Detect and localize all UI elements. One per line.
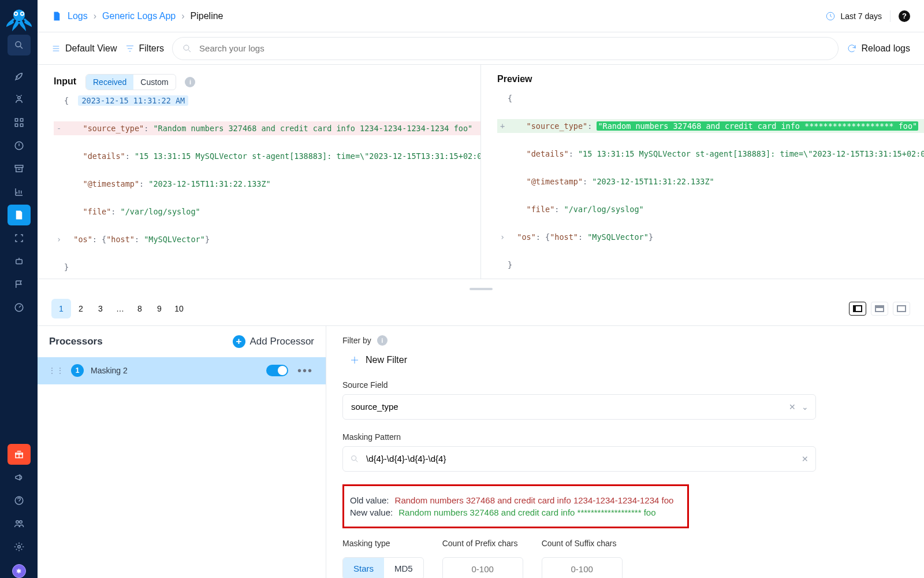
source-field-select[interactable]: ✕ ⌄ — [342, 394, 816, 420]
source-field-input[interactable] — [350, 401, 783, 412]
input-tabs: Received Custom — [85, 74, 176, 90]
page-9[interactable]: 9 — [150, 299, 169, 318]
processor-details: Filter by i New Filter Source Field ✕ ⌄ … — [326, 326, 924, 578]
page-10[interactable]: 10 — [169, 299, 189, 318]
settings-icon[interactable] — [8, 536, 31, 557]
filter-by-label: Filter by i — [342, 335, 908, 346]
logs-icon[interactable] — [8, 205, 31, 225]
main: Logs › Generic Logs App › Pipeline Last … — [38, 0, 924, 578]
old-value: Random numbers 327468 and credit card in… — [395, 495, 674, 505]
preview-pane: Preview { + "source_type": "Random numbe… — [480, 65, 924, 279]
team-icon[interactable] — [8, 513, 31, 534]
filters-menu[interactable]: Filters — [125, 43, 165, 54]
preview-json: { + "source_type": "Random numbers 32746… — [497, 91, 924, 272]
info-icon[interactable]: i — [377, 335, 388, 346]
scan-icon[interactable] — [8, 228, 31, 249]
svg-point-21 — [184, 45, 189, 50]
gift-icon[interactable] — [8, 444, 31, 465]
masking-type-md5[interactable]: MD5 — [384, 558, 423, 578]
announce-icon[interactable] — [8, 467, 31, 488]
preview-pane-title: Preview — [497, 74, 532, 84]
tab-received[interactable]: Received — [86, 75, 133, 90]
processor-name: Masking 2 — [91, 366, 128, 375]
more-icon[interactable]: ••• — [295, 364, 315, 377]
input-pane: Input Received Custom i { 2023-12-15 11:… — [38, 65, 480, 279]
masking-pattern-label: Masking Pattern — [342, 432, 816, 442]
layout-sidebar-icon[interactable] — [849, 302, 866, 316]
svg-rect-10 — [20, 124, 23, 127]
search-input-wrapper[interactable] — [172, 37, 838, 60]
old-value-label: Old value: — [350, 495, 389, 505]
crumb-logs[interactable]: Logs — [68, 11, 88, 21]
masking-pattern-input[interactable] — [365, 453, 796, 464]
avatar[interactable]: ✱ — [12, 564, 26, 578]
page-8[interactable]: 8 — [130, 299, 150, 318]
search-icon — [350, 454, 359, 464]
diff-panes: Input Received Custom i { 2023-12-15 11:… — [38, 65, 924, 279]
flag-icon[interactable] — [8, 274, 31, 295]
page-1[interactable]: 1 — [51, 299, 71, 318]
svg-point-4 — [21, 13, 23, 15]
prefix-input[interactable] — [443, 564, 523, 575]
filters-label: Filters — [139, 43, 165, 54]
search-icon[interactable] — [8, 35, 31, 55]
add-processor-button[interactable]: + Add Processor — [233, 335, 315, 348]
masking-type-group: Stars MD5 — [342, 557, 424, 578]
info-icon[interactable]: i — [185, 77, 195, 87]
processor-index: 1 — [71, 364, 84, 377]
filter-icon — [125, 44, 135, 53]
chart-icon[interactable] — [8, 181, 31, 202]
chevron-right-icon: › — [181, 11, 184, 21]
suffix-input[interactable] — [542, 564, 622, 575]
help-button[interactable]: ? — [899, 10, 910, 22]
default-view-label: Default View — [65, 43, 117, 54]
svg-point-19 — [17, 546, 20, 549]
gauge-icon[interactable] — [8, 297, 31, 318]
processors-panel: Processors + Add Processor ⋮⋮ 1 Masking … — [38, 326, 326, 578]
rocket-icon[interactable] — [8, 66, 31, 87]
grid-icon[interactable] — [8, 112, 31, 133]
input-pane-title: Input — [54, 76, 76, 87]
reload-button[interactable]: Reload logs — [847, 43, 911, 54]
reload-label: Reload logs — [862, 43, 911, 54]
value-preview-callout: Old value: Random numbers 327468 and cre… — [342, 484, 689, 528]
default-view-menu[interactable]: Default View — [51, 43, 117, 54]
new-filter-button[interactable]: New Filter — [342, 350, 908, 370]
clear-icon[interactable]: ✕ — [789, 402, 796, 412]
add-processor-label: Add Processor — [250, 336, 315, 347]
bot-icon[interactable] — [8, 251, 31, 272]
time-range-picker[interactable]: Last 7 days — [825, 11, 882, 21]
time-range-label: Last 7 days — [840, 12, 882, 21]
masking-type-label: Masking type — [342, 539, 424, 548]
layout-topbar-icon[interactable] — [871, 302, 888, 316]
crumb-app[interactable]: Generic Logs App — [102, 11, 176, 21]
page-3[interactable]: 3 — [91, 299, 110, 318]
chevron-down-icon[interactable]: ⌄ — [802, 402, 808, 412]
svg-rect-8 — [20, 118, 23, 121]
agent-icon[interactable] — [8, 89, 31, 110]
chevron-right-icon: › — [94, 11, 96, 21]
clear-icon[interactable]: ✕ — [802, 454, 808, 464]
lower-panes: Processors + Add Processor ⋮⋮ 1 Masking … — [38, 326, 924, 578]
archive-icon[interactable] — [8, 158, 31, 179]
masking-type-stars[interactable]: Stars — [343, 558, 384, 578]
help-icon[interactable] — [8, 490, 31, 511]
tab-custom[interactable]: Custom — [133, 75, 175, 90]
page-2[interactable]: 2 — [71, 299, 91, 318]
resize-handle[interactable] — [38, 283, 924, 292]
search-input[interactable] — [198, 43, 828, 54]
masking-pattern-field[interactable]: ✕ — [342, 446, 816, 472]
alert-icon[interactable] — [8, 135, 31, 156]
reload-icon — [847, 43, 857, 54]
processor-item[interactable]: ⋮⋮ 1 Masking 2 ••• — [38, 357, 326, 384]
toolbar: Default View Filters Reload logs — [38, 32, 924, 65]
svg-rect-13 — [16, 260, 22, 264]
pager-row: 1 2 3 … 8 9 10 — [38, 292, 924, 326]
new-value: Random numbers 327468 and credit card in… — [398, 507, 655, 517]
layout-full-icon[interactable] — [893, 302, 910, 316]
divider — [890, 10, 891, 22]
plus-icon: + — [233, 335, 245, 348]
drag-icon[interactable]: ⋮⋮ — [48, 366, 64, 375]
clock-icon — [825, 11, 836, 21]
processor-toggle[interactable] — [266, 365, 288, 376]
